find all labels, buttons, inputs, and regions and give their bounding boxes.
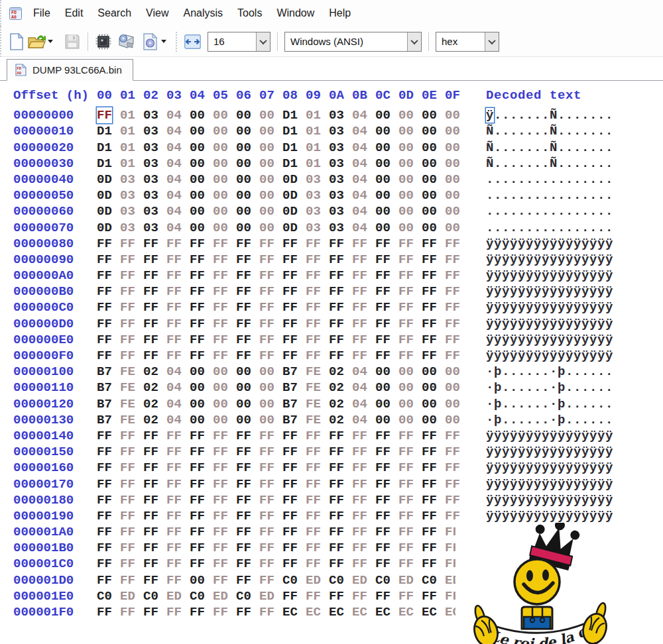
hex-byte-cell[interactable]: 00 xyxy=(259,220,274,236)
hex-byte-cell[interactable]: 00 xyxy=(236,188,251,203)
hex-byte-cell[interactable]: FF xyxy=(329,556,344,572)
hex-byte-cell[interactable]: FF xyxy=(329,476,344,492)
hex-byte-cell[interactable]: FF xyxy=(398,299,414,315)
hex-byte-cell[interactable]: FF xyxy=(306,508,321,524)
decoded-selected-char[interactable]: ÿ xyxy=(486,108,494,123)
hex-byte-cell[interactable]: FF xyxy=(166,284,182,299)
hex-byte-cell[interactable]: FF xyxy=(306,268,321,284)
hex-byte-cell[interactable]: FF xyxy=(143,268,158,284)
hex-byte-cell[interactable]: FF xyxy=(166,332,182,348)
hex-byte-cell[interactable]: FF xyxy=(143,508,158,524)
hex-byte-cell[interactable]: 00 xyxy=(445,156,460,172)
hex-byte-cell[interactable]: 00 xyxy=(190,380,205,396)
hex-byte-cell[interactable]: B7 xyxy=(282,412,298,428)
decoded-text-cell[interactable]: ÿÿÿÿÿÿÿÿÿÿÿÿÿÿÿÿ xyxy=(486,299,613,315)
hex-byte-cell[interactable]: 04 xyxy=(352,188,367,203)
hex-byte-cell[interactable]: 00 xyxy=(375,364,391,380)
hex-byte-cell[interactable]: FF xyxy=(143,572,158,588)
hex-byte-cell[interactable]: ED xyxy=(352,572,367,588)
hex-byte-cell[interactable]: FF xyxy=(166,348,182,364)
hex-byte-cell[interactable]: FF xyxy=(236,604,251,620)
hex-byte-cell[interactable]: FF xyxy=(422,492,437,508)
hex-byte-cell[interactable]: FF xyxy=(120,444,135,460)
hex-byte-cell[interactable]: 00 xyxy=(236,364,251,380)
hex-byte-cell[interactable]: FF xyxy=(97,316,112,332)
hex-byte-cell[interactable]: FF xyxy=(190,604,205,620)
hex-byte-cell[interactable]: FF xyxy=(282,540,298,556)
hex-byte-cell[interactable]: FF xyxy=(398,540,414,556)
hex-byte-cell[interactable]: FF xyxy=(97,556,112,572)
hex-byte-cell[interactable]: FF xyxy=(352,492,367,508)
decoded-text-cell[interactable]: ÿÿÿÿÿÿÿÿÿÿÿÿÿÿÿÿ xyxy=(486,476,613,492)
hex-byte-cell[interactable]: FF xyxy=(166,460,182,476)
hex-byte-cell[interactable]: FF xyxy=(329,428,344,444)
hex-byte-cell[interactable]: FF xyxy=(97,524,112,540)
hex-byte-cell[interactable]: FF xyxy=(445,460,460,476)
hex-byte-cell[interactable]: 00 xyxy=(236,412,251,428)
hex-byte-cell[interactable]: FF xyxy=(352,476,367,492)
menu-item-help[interactable]: Help xyxy=(322,5,358,22)
hex-byte-cell[interactable]: FF xyxy=(190,556,205,572)
hex-byte-cell[interactable]: FF xyxy=(120,492,135,508)
hex-byte-cell[interactable]: FF xyxy=(282,556,298,572)
hex-byte-cell[interactable]: 03 xyxy=(329,107,344,123)
hex-byte-cell[interactable]: 00 xyxy=(375,156,391,172)
hex-byte-cell[interactable]: 00 xyxy=(259,188,274,203)
hex-byte-cell[interactable]: FF xyxy=(120,428,135,444)
hex-byte-cell[interactable]: FF xyxy=(375,252,391,268)
hex-byte-cell[interactable]: FF xyxy=(329,332,344,348)
hex-byte-cell[interactable]: FF xyxy=(352,332,367,348)
hex-byte-cell[interactable]: 00 xyxy=(190,140,205,156)
hex-byte-cell[interactable]: 00 xyxy=(422,220,437,236)
hex-byte-cell[interactable]: 04 xyxy=(352,203,367,219)
hex-byte-cell[interactable]: 00 xyxy=(259,203,274,219)
menu-item-file[interactable]: File xyxy=(26,5,58,22)
hex-byte-cell[interactable]: 03 xyxy=(120,220,135,236)
decoded-text-cell[interactable]: ÿÿÿÿÿÿÿÿÿÿÿÿÿÿÿÿ xyxy=(486,236,613,252)
hex-byte-cell[interactable]: 00 xyxy=(375,380,391,396)
hex-byte-cell[interactable]: FF xyxy=(143,332,158,348)
menu-item-window[interactable]: Window xyxy=(269,5,322,22)
hex-byte-cell[interactable]: 00 xyxy=(190,123,205,139)
hex-byte-cell[interactable]: FF xyxy=(375,588,391,604)
hex-byte-cell[interactable]: FF xyxy=(236,348,251,364)
hex-byte-cell[interactable]: 04 xyxy=(166,123,182,139)
hex-byte-cell[interactable]: FF xyxy=(259,572,274,588)
hex-byte-cell[interactable]: FF xyxy=(143,604,158,620)
hex-byte-cell[interactable]: C0 xyxy=(422,572,437,588)
hex-byte-cell[interactable]: 00 xyxy=(375,140,391,156)
hex-byte-cell[interactable]: 02 xyxy=(143,364,158,380)
hex-byte-cell[interactable]: 04 xyxy=(166,380,182,396)
hex-byte-cell[interactable]: FF xyxy=(352,236,367,252)
hex-byte-cell[interactable]: FF xyxy=(375,348,391,364)
hex-byte-cell[interactable]: 00 xyxy=(422,203,437,219)
hex-byte-cell[interactable]: FF xyxy=(190,236,205,252)
hex-byte-cell[interactable]: FF xyxy=(213,348,228,364)
hex-byte-cell[interactable]: FF xyxy=(97,107,112,123)
hex-byte-cell[interactable]: 03 xyxy=(143,220,158,236)
hex-byte-cell[interactable]: FF xyxy=(97,572,112,588)
new-file-icon[interactable] xyxy=(7,31,27,52)
hex-byte-cell[interactable]: FF xyxy=(166,556,182,572)
hex-byte-cell[interactable]: FF xyxy=(259,460,274,476)
hex-byte-cell[interactable]: 00 xyxy=(190,107,205,123)
hex-byte-cell[interactable]: FF xyxy=(213,540,228,556)
hex-byte-cell[interactable]: 03 xyxy=(329,188,344,203)
hex-byte-cell[interactable]: FF xyxy=(445,252,460,268)
hex-byte-cell[interactable]: 0D xyxy=(97,220,112,236)
hex-byte-cell[interactable]: 03 xyxy=(143,188,158,203)
hex-byte-cell[interactable]: D1 xyxy=(97,123,112,139)
hex-byte-cell[interactable]: 04 xyxy=(166,203,182,219)
hex-byte-cell[interactable]: FF xyxy=(120,572,135,588)
hex-byte-cell[interactable]: FF xyxy=(166,524,182,540)
hex-byte-cell[interactable]: FF xyxy=(143,460,158,476)
hex-byte-cell[interactable]: FF xyxy=(190,332,205,348)
hex-byte-cell[interactable]: C0 xyxy=(375,572,391,588)
hex-byte-cell[interactable]: FF xyxy=(236,332,251,348)
hex-byte-cell[interactable]: FF xyxy=(352,284,367,299)
hex-byte-cell[interactable]: FF xyxy=(190,508,205,524)
hex-byte-cell[interactable]: FF xyxy=(259,556,274,572)
hex-byte-cell[interactable]: FF xyxy=(375,236,391,252)
hex-byte-cell[interactable]: FF xyxy=(143,492,158,508)
hex-byte-cell[interactable]: 00 xyxy=(259,412,274,428)
